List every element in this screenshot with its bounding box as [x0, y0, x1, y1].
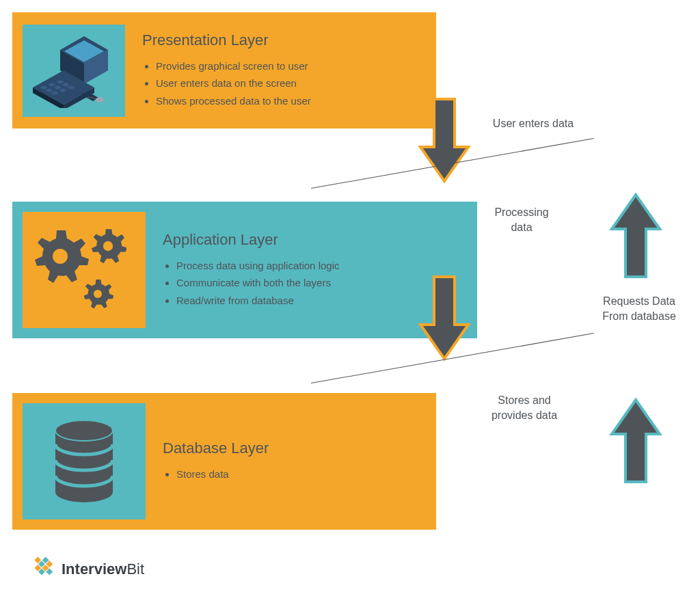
- application-title: Application Layer: [163, 231, 339, 249]
- interviewbit-logo: InterviewBit: [27, 556, 144, 582]
- annotation-user-enters: User enters data: [489, 116, 578, 131]
- svg-point-21: [94, 290, 102, 298]
- list-item: Shows processed data to the user: [156, 92, 311, 110]
- presentation-content: Presentation Layer Provides graphical sc…: [142, 31, 311, 110]
- layer-database: Database Layer Stores data: [12, 393, 436, 530]
- gears-icon: [23, 212, 146, 328]
- database-bullets: Stores data: [163, 465, 269, 483]
- logo-text-bold: Interview: [62, 560, 126, 578]
- layer-presentation: Presentation Layer Provides graphical sc…: [12, 12, 436, 128]
- arrow-up-icon: [608, 396, 663, 485]
- svg-point-19: [53, 249, 68, 264]
- svg-point-20: [103, 241, 113, 251]
- list-item: Communicate with both the layers: [176, 274, 339, 292]
- database-title: Database Layer: [163, 439, 269, 457]
- list-item: Read/write from database: [176, 292, 339, 310]
- list-item: User enters data on the screen: [156, 74, 311, 92]
- application-content: Application Layer Process data using app…: [163, 231, 339, 310]
- arrow-down-icon: [417, 96, 472, 185]
- svg-point-18: [96, 97, 104, 103]
- presentation-bullets: Provides graphical screen to user User e…: [142, 57, 311, 110]
- logo-mark-icon: [27, 556, 56, 582]
- layer-application: Application Layer Process data using app…: [12, 202, 477, 338]
- logo-text-rest: Bit: [126, 560, 144, 578]
- computer-icon: [23, 25, 125, 117]
- presentation-title: Presentation Layer: [142, 31, 311, 49]
- annotation-stores: Stores and provides data: [487, 393, 562, 424]
- list-item: Process data using application logic: [176, 257, 339, 275]
- annotation-processing: Processing data: [484, 205, 559, 236]
- application-bullets: Process data using application logic Com…: [163, 257, 339, 310]
- database-content: Database Layer Stores data: [163, 439, 269, 483]
- annotation-requests: Requests Data From database: [591, 294, 687, 325]
- list-item: Stores data: [176, 465, 269, 483]
- arrow-up-icon: [608, 191, 663, 280]
- logo-text: InterviewBit: [62, 560, 144, 578]
- database-icon: [23, 403, 146, 519]
- arrow-down-icon: [417, 273, 472, 362]
- list-item: Provides graphical screen to user: [156, 57, 311, 75]
